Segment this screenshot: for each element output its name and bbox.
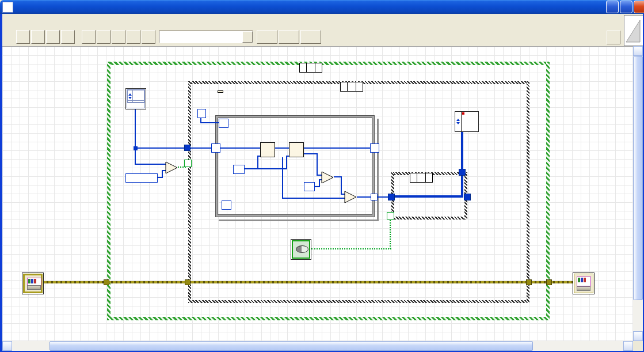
- terminal-type-label: [127, 100, 145, 108]
- error-out-terminal[interactable]: [573, 272, 595, 294]
- block-diagram-canvas[interactable]: [2, 46, 633, 342]
- pause-button[interactable]: [61, 30, 75, 44]
- menu-item-fenster[interactable]: [53, 18, 61, 23]
- multiply-node[interactable]: [321, 171, 334, 184]
- font-selector[interactable]: [159, 31, 253, 43]
- retain-wire-values-button[interactable]: [97, 30, 110, 44]
- error-cluster-frame: [574, 274, 593, 293]
- error-cluster-bar: [27, 285, 41, 290]
- maximize-button[interactable]: [620, 1, 632, 13]
- menu-item-bearbeiten[interactable]: [13, 18, 21, 23]
- vi-icon[interactable]: [624, 15, 643, 46]
- menu-item-ausfuehren[interactable]: [37, 18, 45, 23]
- wire-segment: [190, 147, 214, 149]
- case-selector-tunnel: [387, 212, 394, 219]
- highlight-execution-button[interactable]: [82, 30, 96, 44]
- menu-item-hilfe[interactable]: [61, 18, 69, 23]
- step-out-button[interactable]: [142, 30, 155, 44]
- reorder-dropdown[interactable]: [300, 30, 321, 44]
- step-into-button[interactable]: [112, 30, 125, 44]
- window-controls: [606, 1, 644, 13]
- menu-item-werkzeuge[interactable]: [45, 18, 53, 23]
- wire-segment: [200, 122, 220, 123]
- next-case-icon[interactable]: [425, 173, 432, 182]
- boolean-switch-icon: [296, 245, 308, 253]
- shift-register-right[interactable]: [370, 143, 379, 153]
- error-cluster-bar: [577, 286, 590, 291]
- numeric-constant-99999999[interactable]: [125, 173, 158, 183]
- window-border-left: [0, 14, 2, 352]
- wire-segment: [135, 164, 166, 165]
- vertical-scroll-thumb[interactable]: [633, 56, 643, 300]
- vertical-scrollbar[interactable]: [633, 46, 643, 341]
- diagram-toolbar: [0, 28, 644, 46]
- menu-item-datei[interactable]: [5, 18, 13, 23]
- tunnel: [459, 169, 466, 176]
- wire-segment: [286, 156, 287, 169]
- numeric-constant-4[interactable]: [197, 109, 206, 118]
- next-case-icon[interactable]: [356, 82, 363, 91]
- horizontal-scrollbar[interactable]: [2, 341, 633, 351]
- decimal-input-terminal[interactable]: [125, 88, 146, 109]
- msb-first-terminal[interactable]: [291, 239, 311, 260]
- scroll-down-button[interactable]: [633, 331, 643, 341]
- error-tunnel: [185, 279, 190, 285]
- case-selector-false-small[interactable]: [410, 173, 433, 183]
- run-continuous-button[interactable]: [31, 30, 45, 44]
- wire-junction: [134, 146, 138, 150]
- boolean-wire-segment: [390, 218, 391, 249]
- case-selector-tunnel: [184, 160, 192, 167]
- case-border-bottom: [188, 300, 529, 303]
- labview-app-icon[interactable]: [2, 2, 13, 13]
- numeric-constant-16[interactable]: [304, 182, 315, 191]
- shift-register-left[interactable]: [211, 143, 220, 153]
- previous-case-icon[interactable]: [341, 82, 348, 91]
- wire-segment: [282, 198, 345, 199]
- greater-node[interactable]: [165, 161, 178, 175]
- horizontal-scroll-thumb[interactable]: [49, 341, 533, 351]
- scroll-up-button[interactable]: [633, 46, 643, 56]
- run-button[interactable]: [16, 30, 30, 44]
- case-selector-false[interactable]: [340, 82, 363, 92]
- loop-iteration-terminal[interactable]: [222, 200, 231, 210]
- menu-item-anzeigen[interactable]: [21, 18, 29, 23]
- free-label-valid-input[interactable]: [218, 90, 223, 93]
- bcd-array-indicator[interactable]: [455, 111, 479, 132]
- next-case-icon[interactable]: [315, 63, 322, 72]
- minimize-button[interactable]: [606, 1, 619, 13]
- case-border-right: [527, 81, 529, 303]
- tunnel: [184, 145, 190, 151]
- case-border-bottom: [107, 317, 550, 320]
- scroll-left-button[interactable]: [2, 341, 12, 351]
- quotient-remainder-node[interactable]: [260, 142, 275, 157]
- tunnel: [464, 194, 471, 200]
- help-button[interactable]: [607, 31, 620, 44]
- boolean-wire-segment: [311, 248, 391, 249]
- wire-segment: [162, 170, 163, 178]
- previous-case-icon[interactable]: [300, 63, 307, 72]
- quotient-remainder-node[interactable]: [289, 142, 304, 157]
- menu-bar: [0, 14, 644, 28]
- error-in-terminal[interactable]: [22, 272, 44, 294]
- case-border-top: [107, 62, 550, 65]
- add-node[interactable]: [344, 191, 357, 204]
- error-cluster-frame: [23, 274, 43, 293]
- wire-segment: [257, 156, 258, 169]
- step-over-button[interactable]: [127, 30, 140, 44]
- distribute-objects-dropdown[interactable]: [279, 30, 299, 44]
- chevron-down-icon[interactable]: [242, 31, 253, 43]
- scroll-right-button[interactable]: [623, 341, 633, 351]
- abort-button[interactable]: [46, 30, 60, 44]
- wire-segment: [319, 179, 320, 187]
- title-bar[interactable]: [0, 0, 644, 14]
- indexing-tunnel: [371, 194, 378, 200]
- array-element-box: [462, 112, 478, 131]
- align-objects-dropdown[interactable]: [257, 30, 277, 44]
- numeric-constant-10[interactable]: [233, 165, 245, 174]
- vi-icon-graphic: [624, 16, 642, 44]
- case-selector-kein-fehler[interactable]: [299, 63, 322, 73]
- previous-case-icon[interactable]: [410, 173, 417, 182]
- loop-count-terminal[interactable]: [219, 119, 228, 128]
- close-button[interactable]: [634, 1, 644, 13]
- menu-item-projekt[interactable]: [29, 18, 37, 23]
